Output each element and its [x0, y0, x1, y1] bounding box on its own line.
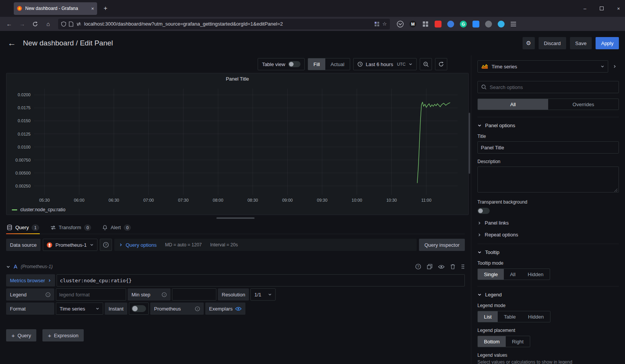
address-bar[interactable]: localhost:3000/dashboard/new?utm_source=… — [58, 19, 390, 29]
legend-placement-right[interactable]: Right — [506, 336, 529, 347]
extension-icon-pin[interactable] — [447, 21, 454, 28]
menu-icon[interactable] — [510, 21, 516, 27]
time-range-picker[interactable]: Last 6 hours UTC — [353, 58, 417, 70]
description-textarea[interactable] — [477, 167, 619, 193]
legend-heading[interactable]: Legend — [477, 292, 619, 298]
chevron-right-icon — [119, 243, 123, 247]
extension-icon-green[interactable]: G — [460, 21, 467, 28]
window-minimize-button[interactable]: – — [582, 6, 588, 11]
metrics-browser-button[interactable]: Metrics browser — [6, 274, 55, 286]
panel-options-heading[interactable]: Panel options — [477, 123, 619, 128]
extension-icon-teal[interactable] — [498, 21, 505, 28]
search-options-input[interactable] — [490, 84, 615, 90]
min-step-input[interactable] — [172, 288, 216, 301]
collapse-pane-button[interactable] — [610, 60, 619, 73]
forward-button[interactable]: → — [17, 19, 28, 29]
tab-all[interactable]: All — [478, 99, 548, 110]
panel-settings-gear-button[interactable]: ⚙ — [523, 37, 535, 49]
shield-icon[interactable] — [61, 21, 66, 27]
query-inspector-button[interactable]: Query inspector — [419, 239, 465, 251]
query-expression-input[interactable] — [57, 274, 465, 286]
new-tab-button[interactable]: + — [100, 3, 111, 14]
pocket-icon[interactable] — [397, 21, 404, 28]
tooltip-mode-hidden[interactable]: Hidden — [522, 269, 550, 280]
tab-overrides[interactable]: Overrides — [548, 99, 619, 110]
panel-links-row[interactable]: Panel links — [477, 220, 619, 226]
legend-format-input[interactable] — [56, 288, 126, 301]
containers-icon[interactable] — [374, 21, 380, 27]
tab-transform[interactable]: Transform 0 — [50, 221, 92, 234]
main-scrollbar[interactable] — [469, 113, 470, 174]
extension-icon-m[interactable]: M — [409, 21, 416, 28]
extension-icon-red[interactable] — [435, 21, 442, 28]
refresh-button[interactable] — [435, 58, 447, 70]
panel-title[interactable]: Panel Title — [6, 73, 468, 84]
chevron-down-icon — [268, 293, 272, 296]
tooltip-heading[interactable]: Tooltip — [477, 249, 619, 255]
info-icon[interactable]: i — [162, 292, 167, 297]
drag-handle-icon[interactable] — [461, 264, 465, 269]
save-button[interactable]: Save — [570, 37, 592, 49]
permissions-icon[interactable] — [76, 22, 81, 26]
time-series-chart[interactable]: 0.02000.01750.01500.01250.01000.007500.0… — [10, 84, 465, 205]
query-options-header[interactable]: Query options MD = auto = 1207 Interval … — [114, 239, 417, 251]
panel-title-input[interactable] — [477, 141, 619, 154]
visualization-picker[interactable]: Time series — [477, 60, 608, 73]
home-button[interactable]: ⌂ — [43, 19, 54, 29]
table-view-toggle[interactable] — [288, 61, 300, 67]
instant-toggle[interactable] — [131, 305, 146, 312]
hide-query-eye-icon[interactable] — [438, 265, 445, 269]
legend-placement-bottom[interactable]: Bottom — [478, 336, 506, 347]
extension-icon-blue[interactable] — [472, 21, 479, 28]
url-text[interactable]: localhost:3000/dashboard/new?utm_source=… — [84, 21, 372, 27]
bookmark-star-icon[interactable]: ☆ — [382, 21, 387, 27]
page-info-icon[interactable] — [69, 21, 73, 27]
actual-option[interactable]: Actual — [325, 58, 350, 70]
reload-button[interactable] — [30, 19, 41, 29]
query-help-icon[interactable]: ? — [415, 264, 421, 270]
zoom-out-button[interactable] — [420, 58, 432, 70]
fill-option[interactable]: Fill — [308, 58, 325, 70]
extension-icon-gray[interactable] — [485, 21, 492, 28]
add-query-button[interactable]: +Query — [6, 329, 36, 341]
back-arrow-button[interactable]: ← — [8, 38, 16, 48]
prometheus-type-label: Prometheus i — [150, 303, 204, 315]
tab-alert[interactable]: Alert 0 — [102, 221, 131, 234]
extension-grid-icon[interactable] — [422, 21, 429, 28]
back-button[interactable]: ← — [4, 19, 15, 29]
add-expression-button[interactable]: +Expression — [42, 329, 84, 341]
format-select[interactable]: Time series — [56, 303, 103, 315]
tooltip-mode-single[interactable]: Single — [478, 269, 504, 280]
discard-button[interactable]: Discard — [539, 37, 566, 49]
tab-close-icon[interactable]: × — [91, 6, 94, 11]
panel-resize-splitter[interactable] — [0, 215, 471, 221]
duplicate-query-icon[interactable] — [427, 264, 432, 269]
window-close-button[interactable]: × — [616, 6, 621, 11]
legend-mode-list[interactable]: List — [478, 311, 498, 322]
apply-button[interactable]: Apply — [596, 37, 619, 49]
collapse-chevron-icon[interactable] — [6, 265, 10, 269]
legend-mode-table[interactable]: Table — [498, 311, 522, 322]
transparent-bg-toggle[interactable] — [477, 208, 490, 214]
exemplars-eye-icon[interactable] — [235, 307, 242, 311]
legend-mode-hidden[interactable]: Hidden — [522, 311, 550, 322]
resize-grip-icon[interactable] — [614, 188, 618, 192]
datasource-picker[interactable]: Prometheus-1 — [43, 239, 97, 251]
browser-tab[interactable]: New dashboard - Grafana × — [14, 2, 97, 15]
delete-query-trash-icon[interactable] — [450, 264, 455, 269]
svg-text:06:30: 06:30 — [109, 198, 119, 202]
window-maximize-button[interactable] — [599, 6, 604, 11]
resolution-select[interactable]: 1/1 — [250, 288, 276, 301]
tooltip-mode-all[interactable]: All — [504, 269, 521, 280]
format-label: Format — [6, 303, 54, 315]
legend-series-label[interactable]: cluster:node_cpu:ratio — [20, 207, 65, 212]
tooltip-section: Tooltip Tooltip mode Single All Hidden — [477, 244, 619, 280]
repeat-options-row[interactable]: Repeat options — [477, 232, 619, 238]
datasource-help-button[interactable]: ? — [100, 239, 112, 251]
query-editor-tabs: Query 1 Transform 0 Alert 0 — [6, 221, 465, 234]
legend-series-swatch[interactable] — [12, 209, 17, 210]
query-row-header[interactable]: A (Prometheus-1) ? — [6, 261, 465, 272]
info-icon[interactable]: i — [45, 292, 50, 297]
info-icon[interactable]: i — [195, 306, 200, 311]
tab-query[interactable]: Query 1 — [6, 221, 40, 234]
